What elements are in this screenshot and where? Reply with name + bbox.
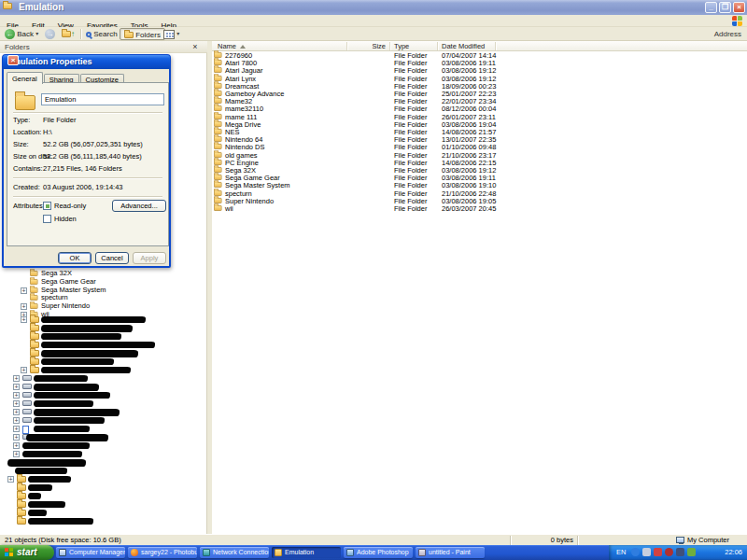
expand-icon[interactable]: + bbox=[13, 375, 20, 382]
close-button[interactable]: × bbox=[733, 2, 745, 13]
column-header-date-modified[interactable]: Date Modified bbox=[442, 41, 485, 51]
censored-label bbox=[22, 451, 82, 457]
tree-item-censored[interactable]: + bbox=[0, 450, 205, 458]
censored-label bbox=[34, 426, 90, 432]
start-button[interactable]: start bbox=[0, 545, 54, 560]
minimize-button[interactable]: _ bbox=[705, 2, 717, 13]
tree-item-censored[interactable] bbox=[0, 517, 205, 525]
back-button[interactable]: ← Back ▾ bbox=[5, 28, 38, 40]
expand-icon[interactable]: + bbox=[7, 476, 14, 483]
field-value: 52.2 GB (56,057,025,351 bytes) bbox=[43, 140, 143, 149]
folder-name-input[interactable] bbox=[41, 93, 164, 105]
tray-icon[interactable] bbox=[642, 548, 651, 556]
views-button[interactable]: ▾ bbox=[163, 28, 179, 40]
tray-icon[interactable] bbox=[665, 548, 673, 556]
tree-item-censored[interactable] bbox=[0, 509, 205, 517]
expand-icon[interactable]: + bbox=[13, 392, 20, 399]
tree-item-censored[interactable] bbox=[0, 500, 205, 509]
file-row[interactable]: wiiFile Folder26/03/2007 20:45 bbox=[212, 205, 747, 213]
tree-item-censored[interactable]: + bbox=[0, 475, 205, 483]
views-icon bbox=[163, 30, 175, 39]
tree-item-censored[interactable]: + bbox=[0, 408, 205, 416]
ok-button[interactable]: OK bbox=[58, 252, 92, 264]
column-header-name[interactable]: Name bbox=[218, 41, 246, 51]
taskbar-button[interactable]: Network Connections bbox=[200, 547, 269, 558]
expand-icon[interactable]: + bbox=[21, 303, 27, 310]
cancel-button[interactable]: Cancel bbox=[95, 252, 129, 264]
expand-icon[interactable]: + bbox=[13, 451, 20, 457]
created-label: Created: bbox=[13, 183, 40, 192]
expand-icon[interactable]: + bbox=[13, 442, 20, 449]
censored-label bbox=[34, 400, 93, 407]
readonly-checkbox[interactable] bbox=[43, 202, 51, 210]
censored-label bbox=[28, 493, 41, 499]
desktop: Emulation _ ❐ × FileEditViewFavoritesToo… bbox=[0, 0, 747, 560]
expand-icon[interactable]: + bbox=[21, 316, 27, 323]
taskbar-button[interactable]: Computer Management bbox=[56, 547, 125, 558]
tree-item-censored[interactable]: + bbox=[0, 391, 205, 399]
readonly-label: Read-only bbox=[54, 202, 86, 211]
hidden-checkbox[interactable] bbox=[43, 215, 51, 223]
back-icon: ← bbox=[5, 29, 15, 39]
taskbar-button[interactable]: sargey22 - Photobuc... bbox=[128, 547, 197, 558]
column-header-type[interactable]: Type bbox=[394, 41, 409, 51]
field-label: Location: bbox=[13, 128, 41, 137]
dialog-title: Emulation Properties bbox=[7, 55, 92, 69]
tree-item-censored[interactable] bbox=[0, 458, 205, 467]
language-indicator[interactable]: EN bbox=[616, 545, 626, 560]
folders-pane-close-icon[interactable]: × bbox=[190, 41, 200, 52]
censored-label bbox=[28, 476, 71, 483]
tab-general[interactable]: General bbox=[7, 72, 43, 84]
tray-icon[interactable] bbox=[654, 548, 662, 556]
search-button[interactable]: Search bbox=[86, 28, 118, 40]
sort-ascending-icon bbox=[240, 45, 246, 49]
tree-item-censored[interactable]: + bbox=[0, 416, 205, 425]
folder-icon bbox=[17, 518, 26, 525]
expand-icon[interactable]: + bbox=[13, 409, 20, 415]
attributes-label: Attributes: bbox=[13, 202, 45, 211]
advanced-button[interactable]: Advanced... bbox=[112, 200, 166, 212]
censored-label bbox=[41, 350, 138, 357]
forward-button[interactable]: → bbox=[45, 28, 55, 40]
tray-icon[interactable] bbox=[631, 548, 640, 556]
field-label: Contains: bbox=[13, 164, 43, 174]
expand-icon[interactable]: + bbox=[13, 426, 20, 432]
expand-icon[interactable]: + bbox=[13, 384, 20, 390]
maximize-button[interactable]: ❐ bbox=[719, 2, 731, 13]
folders-button[interactable]: Folders bbox=[120, 28, 165, 40]
censored-label bbox=[28, 501, 65, 508]
folder-icon bbox=[275, 549, 282, 556]
tree-item-censored[interactable] bbox=[0, 492, 205, 500]
tree-item-censored[interactable]: + bbox=[0, 433, 205, 441]
tree-item-censored[interactable]: + bbox=[0, 383, 205, 391]
up-button[interactable]: ↑ bbox=[62, 28, 75, 40]
censored-label bbox=[34, 409, 120, 416]
tree-item-censored[interactable]: + bbox=[0, 425, 205, 433]
folder-tree-censored: +++++++++++++ bbox=[0, 315, 205, 530]
tree-item-censored[interactable]: + bbox=[0, 399, 205, 408]
taskbar-button[interactable]: Adobe Photoshop bbox=[344, 547, 413, 558]
search-icon bbox=[86, 32, 92, 37]
folder-icon bbox=[30, 279, 38, 285]
tray-icon[interactable] bbox=[687, 548, 696, 556]
column-header-size[interactable]: Size bbox=[352, 41, 386, 51]
tree-item-censored[interactable] bbox=[0, 483, 205, 492]
expand-icon[interactable]: + bbox=[13, 434, 20, 441]
tree-item-censored[interactable] bbox=[0, 467, 205, 475]
tree-item-censored[interactable]: + bbox=[0, 441, 205, 450]
dialog-close-button[interactable]: × bbox=[7, 55, 19, 65]
expand-icon[interactable]: + bbox=[21, 287, 27, 294]
expand-icon[interactable]: + bbox=[13, 417, 20, 424]
menu-bar: FileEditViewFavoritesToolsHelp bbox=[0, 15, 747, 27]
expand-icon[interactable]: + bbox=[13, 400, 20, 407]
tree-item-censored[interactable]: + bbox=[0, 366, 205, 374]
taskbar-button[interactable]: Emulation bbox=[272, 547, 341, 558]
censored-label bbox=[26, 434, 108, 441]
tray-icon[interactable] bbox=[676, 548, 684, 556]
drive-icon bbox=[22, 384, 32, 389]
taskbar-button[interactable]: untitled - Paint bbox=[416, 547, 485, 558]
expand-icon[interactable]: + bbox=[21, 367, 27, 373]
hidden-label: Hidden bbox=[54, 215, 77, 224]
dialog-titlebar: Emulation Properties ? × bbox=[3, 55, 170, 69]
tree-item-censored[interactable]: + bbox=[0, 374, 205, 383]
